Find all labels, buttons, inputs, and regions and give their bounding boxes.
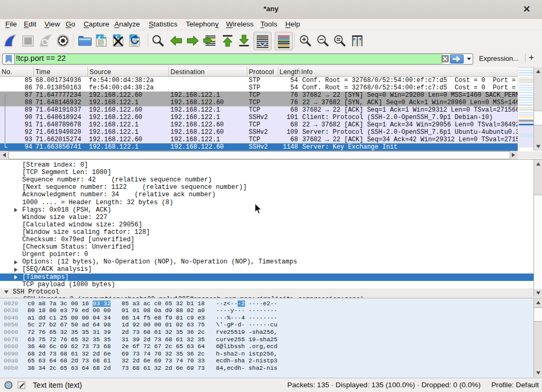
svg-text:0111: 0111 bbox=[98, 43, 104, 46]
